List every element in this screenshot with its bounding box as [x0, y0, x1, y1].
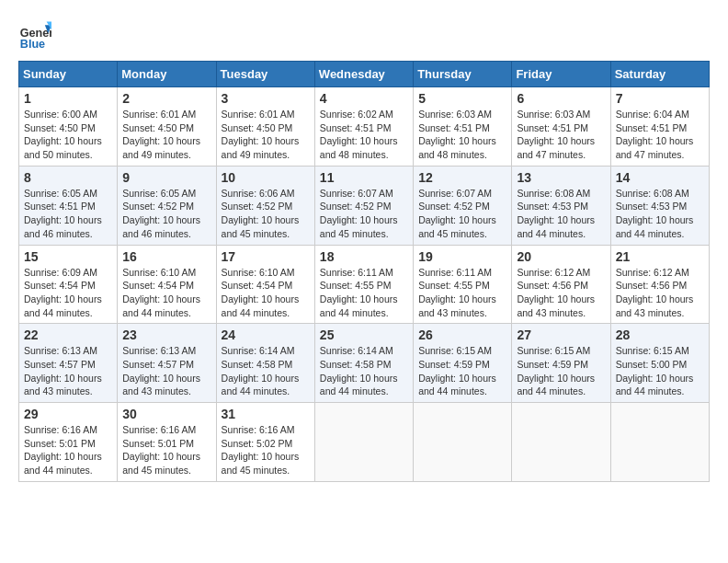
day-number: 28 [616, 327, 704, 342]
calendar-day-cell: 20Sunrise: 6:12 AMSunset: 4:56 PMDayligh… [512, 245, 610, 324]
calendar-day-cell: 26Sunrise: 6:15 AMSunset: 4:59 PMDayligh… [414, 324, 512, 403]
weekday-header: Saturday [610, 62, 709, 87]
calendar-day-cell: 14Sunrise: 6:08 AMSunset: 4:53 PMDayligh… [610, 166, 709, 245]
calendar-week-row: 15Sunrise: 6:09 AMSunset: 4:54 PMDayligh… [19, 245, 710, 324]
calendar-day-cell [512, 403, 610, 482]
day-number: 18 [320, 249, 408, 264]
day-number: 13 [517, 170, 605, 185]
calendar-day-cell: 16Sunrise: 6:10 AMSunset: 4:54 PMDayligh… [118, 245, 216, 324]
calendar-day-cell: 18Sunrise: 6:11 AMSunset: 4:55 PMDayligh… [314, 245, 413, 324]
weekday-header-row: SundayMondayTuesdayWednesdayThursdayFrid… [19, 62, 710, 87]
day-info: Sunrise: 6:07 AMSunset: 4:52 PMDaylight:… [418, 187, 506, 241]
day-number: 7 [616, 91, 704, 106]
day-info: Sunrise: 6:12 AMSunset: 4:56 PMDaylight:… [616, 266, 704, 320]
day-info: Sunrise: 6:15 AMSunset: 4:59 PMDaylight:… [517, 344, 605, 398]
day-number: 30 [122, 407, 210, 421]
page-header: General Blue [18, 18, 710, 52]
calendar-week-row: 22Sunrise: 6:13 AMSunset: 4:57 PMDayligh… [19, 324, 710, 403]
weekday-header: Tuesday [216, 62, 314, 87]
day-info: Sunrise: 6:12 AMSunset: 4:56 PMDaylight:… [517, 266, 605, 320]
calendar-day-cell: 15Sunrise: 6:09 AMSunset: 4:54 PMDayligh… [19, 245, 118, 324]
day-info: Sunrise: 6:13 AMSunset: 4:57 PMDaylight:… [122, 344, 210, 398]
calendar-week-row: 29Sunrise: 6:16 AMSunset: 5:01 PMDayligh… [19, 403, 710, 482]
calendar-day-cell: 6Sunrise: 6:03 AMSunset: 4:51 PMDaylight… [512, 87, 610, 167]
calendar-day-cell [610, 403, 709, 482]
calendar-day-cell: 25Sunrise: 6:14 AMSunset: 4:58 PMDayligh… [314, 324, 413, 403]
day-info: Sunrise: 6:03 AMSunset: 4:51 PMDaylight:… [517, 108, 605, 162]
calendar-day-cell: 4Sunrise: 6:02 AMSunset: 4:51 PMDaylight… [314, 87, 413, 167]
calendar-day-cell: 29Sunrise: 6:16 AMSunset: 5:01 PMDayligh… [19, 403, 118, 482]
day-info: Sunrise: 6:08 AMSunset: 4:53 PMDaylight:… [517, 187, 605, 241]
day-number: 4 [320, 91, 408, 106]
day-info: Sunrise: 6:00 AMSunset: 4:50 PMDaylight:… [24, 108, 112, 162]
day-info: Sunrise: 6:15 AMSunset: 4:59 PMDaylight:… [418, 344, 506, 398]
day-number: 24 [222, 327, 310, 342]
day-number: 8 [24, 170, 112, 185]
calendar-day-cell: 24Sunrise: 6:14 AMSunset: 4:58 PMDayligh… [216, 324, 314, 403]
calendar-day-cell: 2Sunrise: 6:01 AMSunset: 4:50 PMDaylight… [118, 87, 216, 167]
day-info: Sunrise: 6:08 AMSunset: 4:53 PMDaylight:… [616, 187, 704, 241]
day-info: Sunrise: 6:11 AMSunset: 4:55 PMDaylight:… [320, 266, 408, 320]
day-info: Sunrise: 6:01 AMSunset: 4:50 PMDaylight:… [222, 108, 310, 162]
day-number: 16 [122, 249, 210, 264]
calendar-day-cell [314, 403, 413, 482]
day-info: Sunrise: 6:05 AMSunset: 4:51 PMDaylight:… [24, 187, 112, 241]
day-number: 10 [222, 170, 310, 185]
calendar-day-cell: 23Sunrise: 6:13 AMSunset: 4:57 PMDayligh… [118, 324, 216, 403]
day-number: 20 [517, 249, 605, 264]
day-info: Sunrise: 6:02 AMSunset: 4:51 PMDaylight:… [320, 108, 408, 162]
day-number: 12 [418, 170, 506, 185]
calendar-day-cell: 10Sunrise: 6:06 AMSunset: 4:52 PMDayligh… [216, 166, 314, 245]
weekday-header: Wednesday [314, 62, 413, 87]
day-info: Sunrise: 6:10 AMSunset: 4:54 PMDaylight:… [122, 266, 210, 320]
day-number: 21 [616, 249, 704, 264]
day-info: Sunrise: 6:01 AMSunset: 4:50 PMDaylight:… [122, 108, 210, 162]
calendar-day-cell: 8Sunrise: 6:05 AMSunset: 4:51 PMDaylight… [19, 166, 118, 245]
calendar-day-cell: 30Sunrise: 6:16 AMSunset: 5:01 PMDayligh… [118, 403, 216, 482]
calendar-day-cell: 28Sunrise: 6:15 AMSunset: 5:00 PMDayligh… [610, 324, 709, 403]
day-number: 15 [24, 249, 112, 264]
day-number: 2 [122, 91, 210, 106]
day-number: 22 [24, 327, 112, 342]
calendar-week-row: 1Sunrise: 6:00 AMSunset: 4:50 PMDaylight… [19, 87, 710, 167]
day-info: Sunrise: 6:07 AMSunset: 4:52 PMDaylight:… [320, 187, 408, 241]
day-number: 5 [418, 91, 506, 106]
calendar-day-cell: 1Sunrise: 6:00 AMSunset: 4:50 PMDaylight… [19, 87, 118, 167]
day-number: 11 [320, 170, 408, 185]
day-number: 29 [24, 407, 112, 421]
day-info: Sunrise: 6:14 AMSunset: 4:58 PMDaylight:… [222, 344, 310, 398]
calendar-day-cell: 19Sunrise: 6:11 AMSunset: 4:55 PMDayligh… [414, 245, 512, 324]
calendar-day-cell: 7Sunrise: 6:04 AMSunset: 4:51 PMDaylight… [610, 87, 709, 167]
day-number: 6 [517, 91, 605, 106]
calendar-day-cell: 3Sunrise: 6:01 AMSunset: 4:50 PMDaylight… [216, 87, 314, 167]
day-info: Sunrise: 6:16 AMSunset: 5:01 PMDaylight:… [24, 423, 112, 477]
day-number: 14 [616, 170, 704, 185]
calendar-day-cell: 21Sunrise: 6:12 AMSunset: 4:56 PMDayligh… [610, 245, 709, 324]
day-number: 26 [418, 327, 506, 342]
calendar-day-cell: 27Sunrise: 6:15 AMSunset: 4:59 PMDayligh… [512, 324, 610, 403]
weekday-header: Sunday [19, 62, 118, 87]
calendar-day-cell: 13Sunrise: 6:08 AMSunset: 4:53 PMDayligh… [512, 166, 610, 245]
calendar-day-cell: 31Sunrise: 6:16 AMSunset: 5:02 PMDayligh… [216, 403, 314, 482]
weekday-header: Friday [512, 62, 610, 87]
calendar-day-cell: 17Sunrise: 6:10 AMSunset: 4:54 PMDayligh… [216, 245, 314, 324]
calendar-day-cell: 22Sunrise: 6:13 AMSunset: 4:57 PMDayligh… [19, 324, 118, 403]
day-number: 23 [122, 327, 210, 342]
svg-text:Blue: Blue [20, 38, 45, 51]
logo-icon: General Blue [18, 18, 51, 52]
day-info: Sunrise: 6:03 AMSunset: 4:51 PMDaylight:… [418, 108, 506, 162]
day-number: 3 [222, 91, 310, 106]
day-info: Sunrise: 6:11 AMSunset: 4:55 PMDaylight:… [418, 266, 506, 320]
calendar-day-cell: 5Sunrise: 6:03 AMSunset: 4:51 PMDaylight… [414, 87, 512, 167]
calendar-day-cell: 9Sunrise: 6:05 AMSunset: 4:52 PMDaylight… [118, 166, 216, 245]
day-info: Sunrise: 6:14 AMSunset: 4:58 PMDaylight:… [320, 344, 408, 398]
calendar-day-cell [414, 403, 512, 482]
weekday-header: Monday [118, 62, 216, 87]
day-info: Sunrise: 6:10 AMSunset: 4:54 PMDaylight:… [222, 266, 310, 320]
day-number: 31 [222, 407, 310, 421]
day-info: Sunrise: 6:16 AMSunset: 5:02 PMDaylight:… [222, 423, 310, 477]
day-info: Sunrise: 6:15 AMSunset: 5:00 PMDaylight:… [616, 344, 704, 398]
day-number: 19 [418, 249, 506, 264]
day-info: Sunrise: 6:13 AMSunset: 4:57 PMDaylight:… [24, 344, 112, 398]
day-number: 9 [122, 170, 210, 185]
